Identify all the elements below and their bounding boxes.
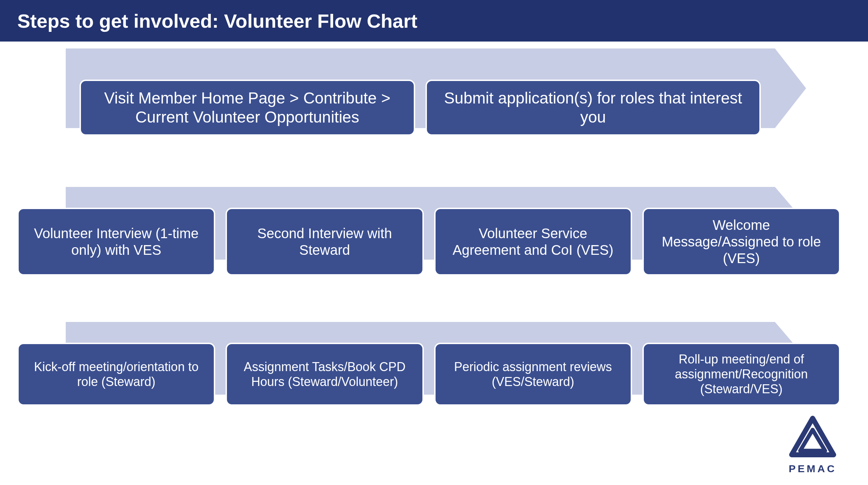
pemac-logo-icon xyxy=(787,416,839,461)
step-box: Volunteer Interview (1-time only) with V… xyxy=(17,208,215,276)
flow-chart-content: Visit Member Home Page > Contribute > Cu… xyxy=(0,42,868,485)
steps-row-1: Visit Member Home Page > Contribute > Cu… xyxy=(80,80,761,136)
step-box: Periodic assignment reviews (VES/Steward… xyxy=(434,343,632,406)
step-box: Volunteer Service Agreement and CoI (VES… xyxy=(434,208,632,276)
arrow-head-icon xyxy=(775,48,806,128)
step-box: Second Interview with Steward xyxy=(226,208,423,276)
step-box: Visit Member Home Page > Contribute > Cu… xyxy=(80,80,415,136)
step-box: Submit application(s) for roles that int… xyxy=(426,80,761,136)
steps-row-3: Kick-off meeting/orientation to role (St… xyxy=(17,343,840,406)
step-box: Kick-off meeting/orientation to role (St… xyxy=(17,343,215,406)
title-bar: Steps to get involved: Volunteer Flow Ch… xyxy=(0,0,868,42)
step-box: Welcome Message/Assigned to role (VES) xyxy=(642,208,840,276)
step-box: Roll-up meeting/end of assignment/Recogn… xyxy=(642,343,840,406)
page-title: Steps to get involved: Volunteer Flow Ch… xyxy=(17,10,417,32)
brand-logo-label: PEMAC xyxy=(789,463,837,475)
brand-logo: PEMAC xyxy=(778,416,847,475)
step-box: Assignment Tasks/Book CPD Hours (Steward… xyxy=(226,343,423,406)
steps-row-2: Volunteer Interview (1-time only) with V… xyxy=(17,208,840,276)
